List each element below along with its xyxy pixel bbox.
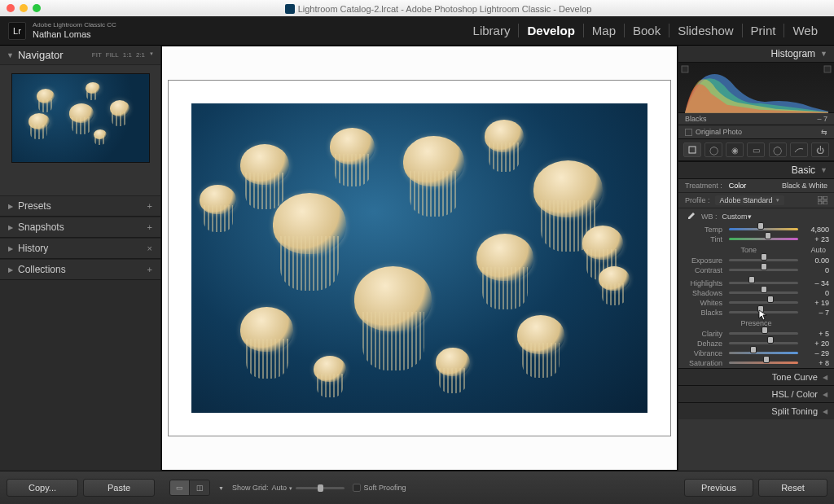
close-window-button[interactable]: [7, 4, 15, 12]
histogram[interactable]: [678, 63, 834, 113]
chevron-down-icon[interactable]: ▼: [149, 51, 154, 59]
dehaze-slider[interactable]: [729, 339, 798, 348]
module-map[interactable]: Map: [584, 24, 625, 37]
right-panel: Histogram▼ Blacks– 7 Original Photo ⇆ ◯ …: [678, 46, 834, 471]
grid-mode-dropdown[interactable]: Auto ▾: [271, 484, 292, 492]
reset-button[interactable]: Reset: [758, 479, 827, 497]
snapshots-section[interactable]: ▶Snapshots+: [0, 217, 160, 238]
tint-slider-row: Tint + 23: [678, 234, 834, 244]
photo-mat: [169, 81, 670, 436]
presets-section[interactable]: ▶Presets+: [0, 195, 160, 217]
brush-tool[interactable]: [790, 142, 808, 157]
white-balance-row: WB : Custom▾: [678, 208, 834, 225]
blacks-slider[interactable]: [729, 308, 798, 317]
add-snapshot-button[interactable]: +: [147, 222, 152, 232]
module-web[interactable]: Web: [784, 24, 826, 37]
before-after-icon: [685, 129, 692, 136]
add-preset-button[interactable]: +: [147, 201, 152, 211]
redeye-tool[interactable]: ◉: [726, 142, 744, 157]
svg-rect-4: [823, 196, 827, 199]
maximize-window-button[interactable]: [33, 4, 41, 12]
chevron-down-icon[interactable]: ▼: [218, 485, 224, 491]
paste-button[interactable]: Paste: [83, 479, 155, 497]
loupe-view-button[interactable]: ▭: [170, 480, 190, 495]
svg-rect-1: [824, 66, 831, 72]
radial-filter-tool[interactable]: ◯: [769, 142, 787, 157]
module-picker: Library Develop Map Book Slideshow Print…: [465, 24, 826, 37]
svg-rect-0: [682, 66, 688, 72]
clear-history-button[interactable]: ×: [147, 243, 152, 253]
navigator-title: Navigator: [18, 49, 64, 61]
presence-subhead: Presence: [678, 318, 834, 329]
graduated-filter-tool[interactable]: ▭: [747, 142, 765, 157]
lightroom-logo: Lr: [8, 22, 26, 40]
module-library[interactable]: Library: [465, 24, 520, 37]
navigator-header[interactable]: ▼ Navigator FIT FILL 1:1 2:1 ▼: [0, 46, 160, 65]
treatment-color[interactable]: Color: [729, 182, 747, 190]
treatment-row: Treatment : Color Black & White: [678, 179, 834, 193]
tool-strip: ◯ ◉ ▭ ◯ ⏻: [678, 139, 834, 161]
grid-controls: Show Grid: Auto ▾: [232, 484, 345, 492]
navigator-zoom-options: FIT FILL 1:1 2:1 ▼: [92, 51, 154, 59]
temp-slider[interactable]: [729, 225, 798, 234]
auto-tone-button[interactable]: Auto: [810, 246, 826, 254]
panel-switch[interactable]: ⏻: [811, 142, 829, 157]
svg-rect-6: [823, 201, 827, 204]
collections-section[interactable]: ▶Collections+: [0, 259, 160, 280]
zoom-2to1[interactable]: 2:1: [136, 51, 145, 59]
spot-removal-tool[interactable]: ◯: [705, 142, 722, 157]
tone-curve-section[interactable]: Tone Curve◀: [678, 368, 834, 385]
svg-rect-3: [818, 196, 822, 199]
previous-button[interactable]: Previous: [684, 479, 753, 497]
clarity-slider[interactable]: [729, 329, 798, 338]
profile-browser-icon[interactable]: [818, 196, 827, 204]
contrast-slider[interactable]: [729, 265, 798, 274]
navigator-thumbnail[interactable]: [11, 73, 150, 163]
shadows-slider[interactable]: [729, 288, 798, 297]
treatment-bw[interactable]: Black & White: [782, 182, 827, 190]
minimize-window-button[interactable]: [20, 4, 28, 12]
module-slideshow[interactable]: Slideshow: [669, 24, 742, 37]
chevron-left-icon: ◀: [823, 374, 827, 381]
basic-panel-header[interactable]: Basic▼: [678, 161, 834, 179]
before-after-view-button[interactable]: ◫: [190, 480, 209, 495]
module-book[interactable]: Book: [625, 24, 669, 37]
wb-dropdown[interactable]: Custom▾: [722, 213, 752, 221]
svg-rect-2: [689, 147, 696, 153]
profile-dropdown[interactable]: Adobe Standard▾: [715, 195, 784, 205]
module-print[interactable]: Print: [743, 24, 785, 37]
tone-subhead: ToneAuto: [678, 244, 834, 256]
swap-icon[interactable]: ⇆: [821, 128, 827, 136]
add-collection-button[interactable]: +: [147, 265, 152, 274]
chevron-down-icon: ▼: [820, 166, 827, 174]
zoom-1to1[interactable]: 1:1: [123, 51, 132, 59]
hsl-color-section[interactable]: HSL / Color◀: [678, 385, 834, 402]
split-toning-section[interactable]: Split Toning◀: [678, 402, 834, 419]
grid-opacity-slider[interactable]: [296, 487, 345, 489]
zoom-fill[interactable]: FILL: [106, 51, 119, 59]
soft-proofing-toggle[interactable]: Soft Proofing: [353, 484, 406, 492]
copy-button[interactable]: Copy...: [7, 479, 78, 497]
saturation-slider[interactable]: [729, 358, 798, 367]
module-develop[interactable]: Develop: [519, 24, 583, 37]
view-mode-toggle: ▭ ◫: [169, 480, 210, 496]
histogram-header[interactable]: Histogram▼: [678, 46, 834, 63]
photo-preview[interactable]: [191, 103, 647, 413]
chevron-left-icon: ◀: [823, 391, 827, 398]
chevron-down-icon: ▼: [820, 50, 827, 58]
histogram-readout: Blacks– 7: [678, 113, 834, 125]
eyedropper-icon[interactable]: [685, 211, 696, 222]
tint-slider[interactable]: [729, 234, 798, 243]
history-section[interactable]: ▶History×: [0, 238, 160, 259]
chevron-down-icon: ▼: [7, 51, 14, 59]
canvas[interactable]: [161, 46, 678, 471]
checkbox-icon: [353, 484, 361, 492]
app-header: Lr Adobe Lightroom Classic CC Nathan Lom…: [0, 16, 834, 46]
mac-titlebar: Lightroom Catalog-2.lrcat - Adobe Photos…: [0, 0, 834, 16]
original-photo-row[interactable]: Original Photo ⇆: [678, 125, 834, 139]
window-controls: [7, 4, 41, 12]
crop-tool[interactable]: [683, 142, 701, 157]
bottom-toolbar: Copy... Paste ▭ ◫ ▼ Show Grid: Auto ▾ So…: [0, 471, 834, 504]
zoom-fit[interactable]: FIT: [92, 51, 102, 59]
window-title: Lightroom Catalog-2.lrcat - Adobe Photos…: [49, 2, 827, 14]
